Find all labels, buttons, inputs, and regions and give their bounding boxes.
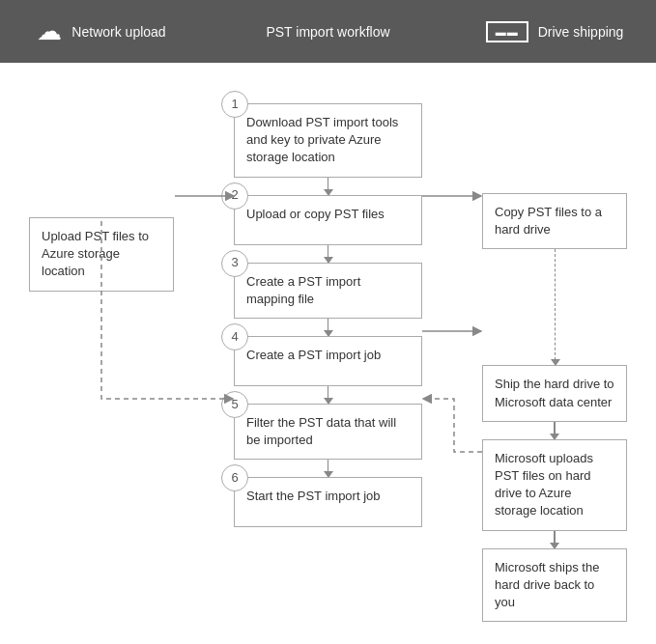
right-box-4: Microsoft ships the hard drive back to y… [482, 548, 627, 623]
left-box-1: Upload PST files to Azure storage locati… [29, 217, 174, 292]
right-arrow-3 [554, 531, 556, 548]
col-right-header-label: Drive shipping [538, 24, 624, 40]
step-5-box: 5 Filter the PST data that will be impor… [234, 404, 422, 460]
col-left-header-label: Network upload [71, 24, 165, 40]
col-right-header: ▬▬ Drive shipping [453, 0, 656, 63]
step-2-box: 2 Upload or copy PST files [234, 195, 422, 245]
right-item-4: Microsoft ships the hard drive back to y… [453, 548, 656, 623]
step-1-box: 1 Download PST import tools and key to p… [234, 103, 422, 178]
right-item-3: Microsoft uploads PST files on hard driv… [453, 439, 656, 548]
arrow-1-2 [328, 178, 329, 195]
col-pst-workflow: PST import workflow 1 Download PST impor… [203, 0, 453, 644]
arrow-4-5 [328, 386, 329, 404]
right-box-1: Copy PST files to a hard drive [482, 193, 627, 249]
right-item-1: Copy PST files to a hard drive [453, 193, 656, 365]
step-6-box: 6 Start the PST import job [234, 477, 422, 527]
diagram-container: ☁ Network upload Upload PST files to Azu… [0, 0, 656, 644]
col-center-header: PST import workflow [203, 0, 453, 63]
arrow-2-3 [328, 245, 329, 263]
right-item-2: Ship the hard drive to Microsoft data ce… [453, 365, 656, 438]
step-3-circle: 3 [221, 250, 248, 277]
right-box-3: Microsoft uploads PST files on hard driv… [482, 439, 627, 531]
step-5-circle: 5 [221, 391, 248, 418]
col-center-header-label: PST import workflow [266, 24, 389, 40]
col-drive-shipping: ▬▬ Drive shipping Copy PST files to a ha… [453, 0, 656, 644]
right-dashed-1 [555, 249, 556, 365]
step-4-box: 4 Create a PST import job [234, 336, 422, 386]
col-left-header: ☁ Network upload [0, 0, 203, 63]
step-4-circle: 4 [221, 323, 248, 350]
right-box-2: Ship the hard drive to Microsoft data ce… [482, 365, 627, 421]
drive-icon: ▬▬ [486, 21, 528, 42]
cloud-icon: ☁ [37, 16, 62, 46]
step-1-circle: 1 [221, 91, 248, 118]
arrow-5-6 [328, 460, 329, 477]
arrow-3-4 [328, 319, 329, 336]
step-6-container: 6 Start the PST import job [203, 477, 453, 527]
right-arrow-2 [554, 422, 556, 439]
step-1-container: 1 Download PST import tools and key to p… [203, 90, 453, 195]
step-2-circle: 2 [221, 182, 248, 210]
step-3-box: 3 Create a PST import mapping file [234, 263, 422, 319]
col-network-upload: ☁ Network upload Upload PST files to Azu… [0, 0, 203, 644]
step-6-circle: 6 [221, 464, 248, 491]
